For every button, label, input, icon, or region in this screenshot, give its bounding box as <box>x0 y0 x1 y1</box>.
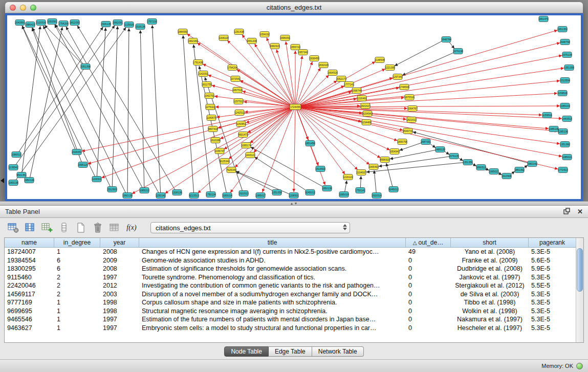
table-cell: 19384554 <box>5 256 54 265</box>
table-cell: 1 <box>54 307 100 316</box>
new-table-icon[interactable] <box>75 222 87 234</box>
svg-text:1095174: 1095174 <box>241 144 251 147</box>
table-cell: Jankovic et al. (1997) <box>451 273 529 282</box>
svg-text:1518136: 1518136 <box>135 25 145 28</box>
memory-status-indicator[interactable] <box>576 363 583 369</box>
svg-text:1830029: 1830029 <box>318 63 329 67</box>
svg-text:2079135: 2079135 <box>449 155 459 158</box>
collapsed-panel-arrow-icon[interactable] <box>1 178 4 183</box>
column-header-title[interactable]: title <box>139 238 406 247</box>
table-row[interactable]: 969969511998Structural magnetic resonanc… <box>5 307 576 316</box>
table-row[interactable]: 1938455462009Genome-wide association stu… <box>5 256 576 265</box>
network-graph-canvas[interactable]: 1724055220611812914381651208105403218609… <box>7 15 581 199</box>
svg-text:9213513: 9213513 <box>189 194 199 197</box>
svg-text:9501351: 9501351 <box>16 173 27 177</box>
tab-network-table[interactable]: Network Table <box>312 346 364 357</box>
svg-text:1610286: 1610286 <box>210 139 221 142</box>
function-builder-icon[interactable]: f(x) <box>125 222 138 234</box>
svg-text:1791438: 1791438 <box>193 61 203 64</box>
memory-status-label: Memory: OK <box>541 363 573 369</box>
table-row[interactable]: 1830029562008Estimation of significance … <box>5 265 576 273</box>
show-columns-icon[interactable] <box>24 222 36 234</box>
column-header-year[interactable]: year <box>100 238 139 247</box>
svg-text:1954943: 1954943 <box>389 150 400 153</box>
table-cell: 2 <box>54 290 100 299</box>
svg-text:2326051: 2326051 <box>72 150 82 154</box>
table-cell: 0 <box>406 307 451 316</box>
svg-text:1065493: 1065493 <box>368 165 379 168</box>
svg-text:1812093: 1812093 <box>70 21 80 24</box>
svg-text:1960138: 1960138 <box>122 194 133 197</box>
import-table-icon[interactable] <box>108 222 121 234</box>
svg-text:1065138: 1065138 <box>8 181 18 184</box>
table-cell: 18724007 <box>5 248 54 256</box>
svg-text:1042751: 1042751 <box>204 94 214 97</box>
svg-text:1085013: 1085013 <box>139 189 149 192</box>
close-panel-icon[interactable]: ✕ <box>577 208 583 215</box>
show-rows-icon[interactable] <box>58 222 70 234</box>
column-header-pagerank[interactable]: pagerank <box>529 238 576 247</box>
table-cell: 5.3E-5 <box>529 290 576 299</box>
network-window-titlebar[interactable]: citations_edges.txt <box>5 2 583 13</box>
svg-text:1513503: 1513503 <box>315 167 325 170</box>
close-window-button[interactable] <box>10 5 16 11</box>
column-header-out-degree[interactable]: △out_de… <box>406 238 451 247</box>
svg-text:1085136: 1085136 <box>549 127 559 130</box>
table-panel-header: Table Panel ✕ <box>0 206 588 218</box>
svg-text:1913506: 1913506 <box>502 174 512 178</box>
table-source-dropdown[interactable]: citations_edges.txt <box>150 222 350 233</box>
table-row[interactable]: 946362711997Embryonic stem cells: a mode… <box>5 324 576 333</box>
svg-text:1951353: 1951353 <box>557 28 568 31</box>
table-scrollbar[interactable] <box>576 238 583 342</box>
svg-text:1065014: 1065014 <box>222 194 232 197</box>
table-row[interactable]: 946554611997Estimation of the future num… <box>5 315 576 324</box>
zoom-window-button[interactable] <box>30 5 36 11</box>
table-cell: 2 <box>54 273 100 282</box>
svg-text:1687091: 1687091 <box>421 140 431 143</box>
svg-text:1648784: 1648784 <box>441 38 451 41</box>
svg-text:1285136: 1285136 <box>558 130 568 133</box>
svg-text:1154469: 1154469 <box>361 121 371 124</box>
svg-text:9245012: 9245012 <box>305 191 315 194</box>
svg-text:1208501: 1208501 <box>289 194 299 197</box>
table-row[interactable]: 977716911998Corpus callosum shape and si… <box>5 298 576 307</box>
table-cell: Investigating the contribution of common… <box>139 281 406 290</box>
create-column-icon[interactable] <box>41 222 53 234</box>
tab-edge-table[interactable]: Edge Table <box>269 346 312 357</box>
column-header-short[interactable]: short <box>451 238 529 247</box>
table-cell: 9699695 <box>5 307 54 316</box>
horizontal-splitter[interactable]: ▲▼ <box>0 201 588 206</box>
table-cell: Structural magnetic resonance image aver… <box>139 307 406 316</box>
svg-text:1938455: 1938455 <box>309 57 319 60</box>
table-row[interactable]: 1872400712008Changes of HCN gene express… <box>5 248 576 256</box>
svg-text:1920514: 1920514 <box>372 194 382 197</box>
minimize-window-button[interactable] <box>20 5 26 11</box>
desktop-background: citations_edges.txt 17240552206118129143… <box>0 0 588 204</box>
svg-text:9245013: 9245013 <box>388 188 399 191</box>
table-cell: 1998 <box>100 307 139 316</box>
svg-text:1085017: 1085017 <box>255 194 266 197</box>
table-row[interactable]: 2242004622012Investigating the contribut… <box>5 281 576 290</box>
svg-text:1318136: 1318136 <box>172 191 182 194</box>
table-cell: 1997 <box>100 273 139 282</box>
table-cell: 5.5E-5 <box>529 281 576 290</box>
tab-node-table[interactable]: Node Table <box>224 346 269 357</box>
table-source-dropdown-value: citations_edges.txt <box>156 224 211 232</box>
table-row[interactable]: 911546021997Tourette syndrome. Phenomeno… <box>5 273 576 282</box>
svg-text:1036737: 1036737 <box>214 149 225 152</box>
table-cell: 6 <box>54 265 100 273</box>
table-cell: 1 <box>54 298 100 307</box>
table-row[interactable]: 1456911722003Disruption of a novel membe… <box>5 290 576 299</box>
svg-text:1812755: 1812755 <box>202 83 212 86</box>
column-header-name[interactable]: name <box>5 238 54 247</box>
network-window-title: citations_edges.txt <box>5 4 583 11</box>
column-header-in-degree[interactable]: in_degree <box>54 238 100 247</box>
svg-text:1351358: 1351358 <box>272 191 282 194</box>
delete-trash-icon[interactable] <box>92 222 104 234</box>
float-panel-icon[interactable] <box>563 208 570 216</box>
table-mode-icon[interactable] <box>7 222 19 234</box>
network-window: citations_edges.txt 17240552206118129143… <box>5 2 583 201</box>
svg-text:1443513: 1443513 <box>562 117 572 120</box>
scrollbar-thumb[interactable] <box>577 248 583 292</box>
table-cell: 5.9E-5 <box>529 265 576 273</box>
